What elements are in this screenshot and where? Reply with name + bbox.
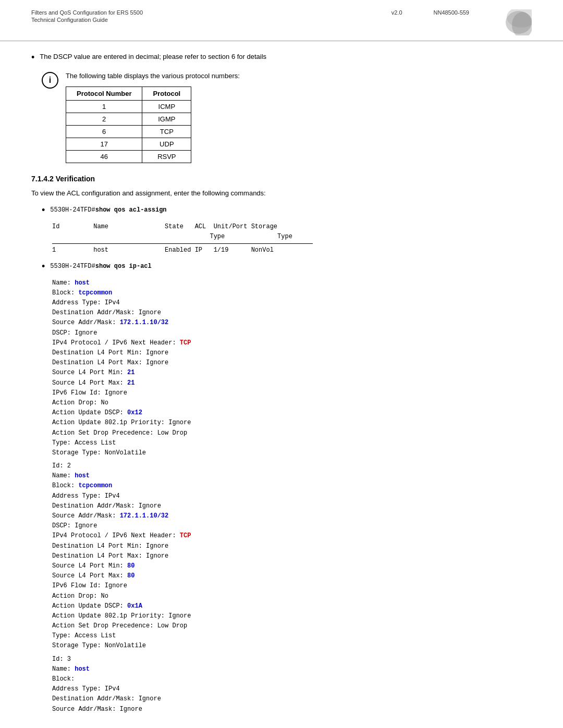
ip-acl-segment: tcpcommon [78,482,112,489]
info-text: The following table displays the various… [66,71,532,81]
page-container: Filters and QoS Configuration for ERS 55… [0,0,563,728]
cmd-bullet-2: • 5530H-24TFD#show qos ip-acl [42,261,532,273]
ip-acl-segment: 172.1.1.10/32 [120,319,169,326]
acl-header2: Type Type [52,232,532,242]
ip-acl-segment: Destination L4 Port Min: Ignore Destinat… [52,349,168,376]
ip-acl-segment: Source L4 Port Max: [52,379,127,387]
ip-acl-segment: tcpcommon [78,289,112,297]
table-cell: 6 [66,125,142,138]
section-para: To view the ACL configuration and assign… [31,188,532,199]
ip-acl-segment: Action Update 802.1p Priority: Ignore Ac… [52,612,191,650]
ip-acl-segment: 172.1.1.10/32 [120,512,169,520]
acl-data-row: 1 host Enabled IP 1/19 NonVol [52,245,532,255]
ip-acl-segment: Id: 3 Name: [52,656,75,673]
ip-acl-segment: 0x1A [127,602,142,610]
bullet-text-1: The DSCP value are entered in decimal; p… [40,52,266,62]
table-cell: ICMP [142,100,191,113]
acl-header: Id Name State ACL Unit/Port Storage [52,222,532,232]
ip-acl-segment: TCP [180,532,191,539]
ip-acl-segment: 80 [127,562,134,570]
table-cell: IGMP [142,113,191,125]
table-row: 17UDP [66,138,191,150]
ip-acl-block3: Id: 3 Name: host Block: Address Type: IP… [52,655,532,714]
ip-acl-segment: 0x12 [127,409,142,416]
ip-acl-segment: Action Update 802.1p Priority: Ignore Ac… [52,419,191,456]
table-row: 6TCP [66,125,191,138]
ip-acl-segment: DSCP: Ignore IPv4 Protocol / IPv6 Next H… [52,329,180,347]
header-right: v2.0 NN48500-559 [391,9,532,35]
header-line1: Filters and QoS Configuration for ERS 55… [31,9,143,16]
nortel-logo-icon [500,9,532,35]
header-docnum: NN48500-559 [434,9,470,16]
ip-acl-segment: 21 [127,369,134,376]
header-left: Filters and QoS Configuration for ERS 55… [31,9,143,23]
header-version: v2.0 [391,9,402,16]
ip-acl-block2: Id: 2 Name: host Block: tcpcommon Addres… [52,461,532,651]
table-cell: 2 [66,113,142,125]
ip-acl-segment: Destination L4 Port Min: Ignore Destinat… [52,542,168,570]
section-heading: 7.1.4.2 Verification [31,175,532,183]
cmd2-normal: 5530H-24TFD# [50,263,95,270]
info-content: The following table displays the various… [66,71,532,163]
table-cell: UDP [142,138,191,150]
page-header: Filters and QoS Configuration for ERS 55… [0,0,563,41]
info-icon: i [42,72,58,89]
ip-acl-segment: Block: Address Type: IPv4 Destination Ad… [52,675,161,713]
cmd-block-1: • 5530H-24TFD#show qos acl-assign [42,204,532,216]
cmd-bullet-dot-2: • [42,261,45,273]
header-line2: Technical Configuration Guide [31,17,143,23]
bullet-item-1: • The DSCP value are entered in decimal;… [31,52,532,64]
header-logo [500,9,532,35]
ip-acl-segment: host [75,279,90,287]
page-content: • The DSCP value are entered in decimal;… [0,41,563,728]
cmd-label-1: 5530H-24TFD#show qos acl-assign [50,204,166,215]
cmd1-normal: 5530H-24TFD# [50,206,95,214]
section-heading-text: 7.1.4.2 Verification [31,175,95,183]
ip-acl-segment: Name: [52,279,75,287]
table-row: 46RSVP [66,150,191,163]
ip-acl-segment: TCP [180,339,191,347]
cmd-block-2: • 5530H-24TFD#show qos ip-acl [42,261,532,273]
cmd2-bold: show qos ip-acl [95,263,152,270]
ip-acl-segment: 21 [127,379,134,387]
table-cell: RSVP [142,150,191,163]
table-cell: 17 [66,138,142,150]
table-row: 1ICMP [66,100,191,113]
protocol-table: Protocol Number Protocol 1ICMP2IGMP6TCP1… [66,87,191,163]
ip-acl-segment: host [75,472,90,479]
protocol-table-header-number: Protocol Number [66,87,142,100]
table-cell: 1 [66,100,142,113]
ip-acl-segment: IPv6 Flow Id: Ignore Action Drop: No Act… [52,582,127,609]
table-row: 2IGMP [66,113,191,125]
ip-acl-segment: Block: [52,289,78,297]
ip-acl-block1: Name: host Block: tcpcommon Address Type… [52,278,532,458]
protocol-table-header-protocol: Protocol [142,87,191,100]
ip-acl-segment: Source L4 Port Max: [52,572,127,579]
ip-acl-segment: Block: [52,482,78,489]
ip-acl-segment: Id: 2 Name: [52,462,75,479]
table-cell: 46 [66,150,142,163]
ip-acl-segment: 80 [127,572,134,579]
acl-divider [52,243,313,244]
cmd-label-2: 5530H-24TFD#show qos ip-acl [50,261,151,271]
ip-acl-segment: IPv6 Flow Id: Ignore Action Drop: No Act… [52,389,127,416]
info-block: i The following table displays the vario… [42,71,532,163]
cmd1-bold: show qos acl-assign [95,206,167,214]
ip-acl-segment: host [75,665,90,673]
cmd-bullet-dot-1: • [42,204,45,216]
acl-table-output: Id Name State ACL Unit/Port Storage Type… [52,222,532,256]
bullet-dot-1: • [31,52,34,64]
table-cell: TCP [142,125,191,138]
cmd-bullet-1: • 5530H-24TFD#show qos acl-assign [42,204,532,216]
ip-acl-segment: DSCP: Ignore IPv4 Protocol / IPv6 Next H… [52,522,180,539]
